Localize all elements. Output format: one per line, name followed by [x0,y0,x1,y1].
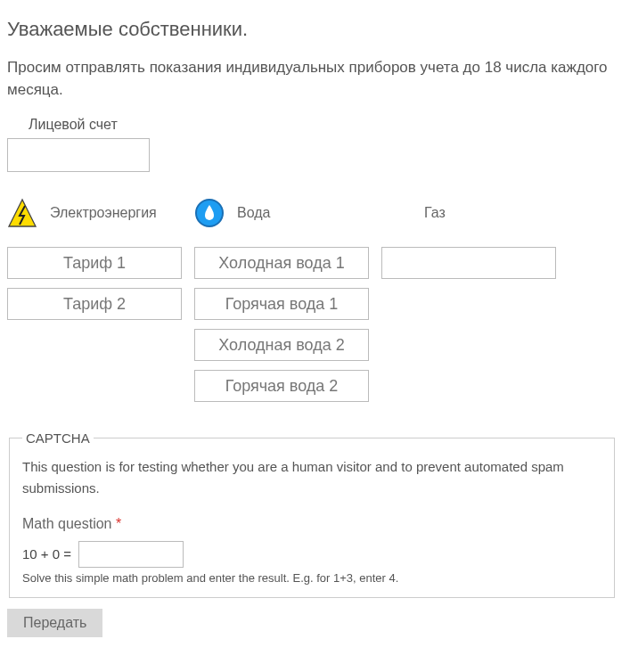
water-hot-2-input[interactable] [194,370,369,402]
water-cold-1-input[interactable] [194,247,369,279]
intro-text: Просим отправлять показания индивидуальн… [7,57,623,101]
column-electricity-header: Электроэнергия [7,195,182,231]
captcha-legend: CAPTCHA [22,430,94,446]
electricity-tariff-2-input[interactable] [7,288,182,320]
captcha-math-expression: 10 + 0 = [22,546,71,561]
water-cold-2-input[interactable] [194,329,369,361]
captcha-math-help: Solve this simple math problem and enter… [22,571,601,585]
page-heading: Уважаемые собственники. [7,18,623,41]
submit-button[interactable]: Передать [7,609,102,637]
column-gas: Газ [381,195,556,411]
electricity-icon [7,198,37,228]
captcha-math-row: 10 + 0 = [22,541,601,568]
captcha-math-label-text: Math question [22,516,112,531]
captcha-math-label: Math question * [22,516,601,532]
column-gas-label: Газ [424,205,446,221]
water-hot-1-input[interactable] [194,288,369,320]
account-label: Лицевой счет [29,117,623,133]
column-water-header: Вода [194,195,369,231]
captcha-description: This question is for testing whether you… [22,456,601,498]
captcha-math-input[interactable] [78,541,184,568]
meter-columns: Электроэнергия Вода Газ [7,195,623,411]
required-marker: * [116,516,121,531]
column-water: Вода [194,195,369,411]
captcha-fieldset: CAPTCHA This question is for testing whe… [9,430,615,598]
account-input[interactable] [7,138,150,172]
column-water-label: Вода [237,205,270,221]
column-gas-header: Газ [381,195,556,231]
water-icon [194,198,225,228]
gas-input[interactable] [381,247,556,279]
electricity-tariff-1-input[interactable] [7,247,182,279]
svg-marker-0 [9,200,36,226]
column-electricity: Электроэнергия [7,195,182,411]
column-electricity-label: Электроэнергия [50,205,157,221]
